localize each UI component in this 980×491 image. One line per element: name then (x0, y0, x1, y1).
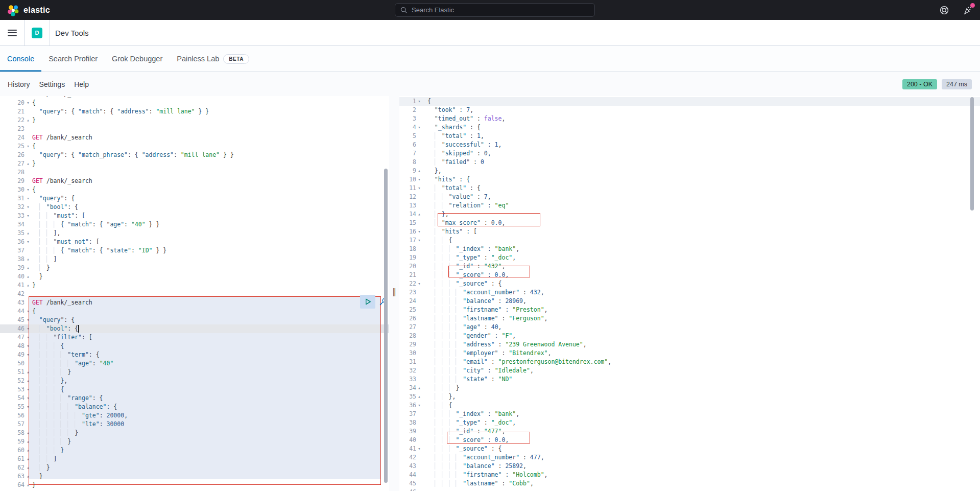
tab-console[interactable]: Console (0, 46, 41, 72)
code-text: "relation" : "eq" (427, 201, 509, 210)
divider (50, 20, 50, 46)
line-number: 45 (0, 316, 25, 324)
help-button[interactable] (939, 5, 949, 15)
text-cursor (78, 325, 79, 333)
code-line: 37 { "match": { "state": "ID" } } (0, 246, 389, 255)
tab-label: Grok Debugger (112, 55, 162, 63)
code-text: } (32, 281, 36, 290)
space-switcher[interactable]: D (32, 28, 42, 38)
tab-search-profiler[interactable]: Search Profiler (41, 46, 105, 72)
fold-spacer (416, 358, 422, 366)
fold-toggle-icon[interactable]: ▾ (25, 203, 32, 212)
console-menu-help[interactable]: Help (74, 80, 89, 88)
fold-toggle-icon[interactable]: ▴ (416, 167, 422, 175)
elastic-logo-icon (7, 4, 19, 16)
fold-toggle-icon[interactable]: ▾ (25, 99, 32, 107)
code-text: { (32, 99, 36, 107)
fold-toggle-icon[interactable]: ▴ (25, 272, 32, 281)
annotation-box-max-score (438, 213, 540, 226)
line-number: 60 (0, 446, 25, 455)
line-number: 40 (399, 436, 416, 445)
fold-spacer (416, 340, 422, 349)
response-viewer[interactable]: 1▾{2 "took" : 7,3 "timed_out" : false,4▾… (399, 96, 980, 491)
line-number: 37 (399, 410, 416, 418)
send-request-button[interactable] (360, 295, 375, 309)
fold-toggle-icon[interactable]: ▴ (25, 159, 32, 168)
fold-toggle-icon[interactable]: ▾ (25, 212, 32, 220)
fold-toggle-icon[interactable]: ▾ (25, 142, 32, 151)
line-number: 35 (399, 392, 416, 401)
menu-button[interactable] (8, 30, 17, 36)
fold-toggle-icon[interactable]: ▾ (416, 279, 422, 288)
line-number: 22 (399, 279, 416, 288)
line-number: 27 (399, 323, 416, 332)
annotation-box-score-1 (448, 266, 530, 277)
line-number: 50 (0, 359, 25, 368)
fold-toggle-icon[interactable]: ▴ (416, 210, 422, 219)
request-editor[interactable]: 19GET /bank/_search20▾{21 "query": { "ma… (0, 96, 389, 491)
elastic-logo[interactable]: elastic (0, 4, 50, 16)
code-line: 24 "balance" : 28969, (399, 297, 980, 306)
code-line: 8 "failed" : 0 (399, 158, 980, 167)
code-text: "_shards" : { (427, 123, 481, 132)
code-text: "_source" : { (427, 279, 501, 288)
console-menu-history[interactable]: History (8, 80, 30, 88)
fold-toggle-icon[interactable]: ▴ (25, 255, 32, 264)
code-text: "firstname" : "Preston", (427, 306, 548, 314)
fold-toggle-icon[interactable]: ▾ (416, 123, 422, 132)
tab-painless-lab[interactable]: Painless LabBETA (170, 46, 256, 72)
fold-toggle-icon[interactable]: ▾ (416, 184, 422, 193)
fold-toggle-icon[interactable]: ▴ (25, 281, 32, 290)
fold-toggle-icon[interactable]: ▾ (416, 227, 422, 236)
line-number: 55 (0, 403, 25, 411)
fold-toggle-icon[interactable]: ▾ (416, 97, 422, 106)
fold-toggle-icon[interactable]: ▴ (25, 264, 32, 272)
line-number: 7 (399, 149, 416, 158)
fold-spacer (416, 149, 422, 158)
line-number: 22 (0, 116, 25, 125)
fold-toggle-icon[interactable]: ▾ (416, 236, 422, 245)
panel-resize-handle[interactable]: ‖ (389, 96, 399, 491)
fold-toggle-icon[interactable]: ▴ (25, 229, 32, 238)
code-line: 41▾ "_source" : { (399, 445, 980, 453)
code-text: "hits" : { (427, 175, 470, 184)
fold-spacer (25, 220, 32, 229)
newsfeed-button[interactable] (963, 5, 973, 15)
fold-toggle-icon[interactable]: ▾ (416, 401, 422, 410)
fold-toggle-icon[interactable]: ▴ (416, 384, 422, 392)
code-text: "balance" : 25892, (427, 462, 527, 471)
fold-toggle-icon[interactable]: ▾ (25, 185, 32, 194)
fold-spacer (416, 314, 422, 323)
editor-scrollbar-thumb[interactable] (384, 169, 388, 483)
fold-toggle-icon[interactable]: ▾ (25, 194, 32, 203)
fold-toggle-icon[interactable]: ▾ (25, 238, 32, 246)
search-input[interactable] (412, 6, 580, 14)
fold-toggle-icon[interactable]: ▴ (416, 392, 422, 401)
code-text: } (32, 272, 43, 281)
fold-toggle-icon[interactable]: ▾ (416, 175, 422, 184)
code-line: 20▾{ (0, 99, 389, 107)
code-line: 11▾ "total" : { (399, 184, 980, 193)
line-number: 28 (399, 332, 416, 340)
fold-spacer (416, 141, 422, 149)
line-number: 11 (399, 184, 416, 193)
code-text: ], (32, 229, 60, 238)
code-line: 1▾{ (399, 97, 980, 106)
line-number: 30 (399, 349, 416, 358)
response-scrollbar-thumb[interactable] (970, 97, 974, 211)
line-number: 5 (399, 132, 416, 141)
fold-toggle-icon[interactable]: ▾ (416, 445, 422, 453)
fold-spacer (25, 151, 32, 159)
code-line: 3 "timed_out" : false, (399, 114, 980, 123)
tab-grok-debugger[interactable]: Grok Debugger (105, 46, 170, 72)
code-text: GET /bank/_search (32, 177, 92, 185)
line-number: 32 (399, 366, 416, 375)
fold-toggle-icon[interactable]: ▴ (25, 116, 32, 125)
global-search[interactable] (395, 3, 595, 17)
line-number: 61 (0, 455, 25, 463)
code-text: "bool": { (32, 203, 78, 212)
console-menu-settings[interactable]: Settings (39, 80, 65, 88)
code-line: 22▴} (0, 116, 389, 125)
fold-spacer (416, 427, 422, 436)
code-text: } (32, 264, 50, 272)
